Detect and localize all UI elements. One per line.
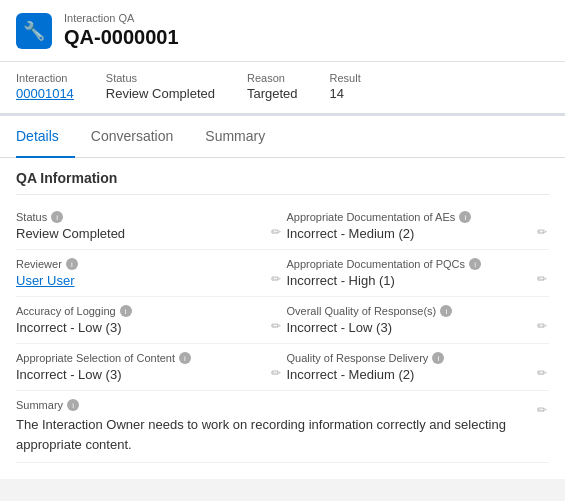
field-accuracy-value: Incorrect - Low (3)	[16, 320, 267, 335]
selection-edit-icon[interactable]: ✏	[271, 366, 281, 380]
field-reviewer-value[interactable]: User User	[16, 273, 267, 288]
result-value: 14	[330, 86, 361, 101]
meta-row: Interaction 00001014 Status Review Compl…	[0, 62, 565, 116]
response-delivery-info-icon[interactable]: i	[432, 352, 444, 364]
header-subtitle: Interaction QA	[64, 12, 179, 24]
summary-edit-icon[interactable]: ✏	[537, 403, 547, 417]
section-title: QA Information	[16, 158, 549, 195]
main-content: QA Information Status i Review Completed…	[0, 158, 565, 479]
meta-interaction: Interaction 00001014	[16, 72, 74, 101]
field-doc-aes-value: Incorrect - Medium (2)	[287, 226, 538, 241]
field-summary-label: Summary	[16, 399, 63, 411]
field-accuracy-label: Accuracy of Logging	[16, 305, 116, 317]
tab-conversation[interactable]: Conversation	[75, 116, 190, 158]
field-doc-pqcs: Appropriate Documentation of PQCs i Inco…	[283, 250, 550, 297]
tab-details[interactable]: Details	[16, 116, 75, 158]
reviewer-edit-icon[interactable]: ✏	[271, 272, 281, 286]
fields-grid: Status i Review Completed ✏ Appropriate …	[16, 203, 549, 463]
status-edit-icon[interactable]: ✏	[271, 225, 281, 239]
field-doc-pqcs-value: Incorrect - High (1)	[287, 273, 538, 288]
field-overall-quality: Overall Quality of Response(s) i Incorre…	[283, 297, 550, 344]
app-icon: 🔧	[16, 13, 52, 49]
header-title: QA-0000001	[64, 26, 179, 49]
meta-reason: Reason Targeted	[247, 72, 298, 101]
status-value: Review Completed	[106, 86, 215, 101]
interaction-value[interactable]: 00001014	[16, 86, 74, 101]
field-doc-aes: Appropriate Documentation of AEs i Incor…	[283, 203, 550, 250]
field-doc-aes-label: Appropriate Documentation of AEs	[287, 211, 456, 223]
field-reviewer-label: Reviewer	[16, 258, 62, 270]
doc-aes-info-icon[interactable]: i	[459, 211, 471, 223]
meta-status: Status Review Completed	[106, 72, 215, 101]
response-delivery-edit-icon[interactable]: ✏	[537, 366, 547, 380]
field-status-label: Status	[16, 211, 47, 223]
accuracy-info-icon[interactable]: i	[120, 305, 132, 317]
status-info-icon[interactable]: i	[51, 211, 63, 223]
overall-quality-info-icon[interactable]: i	[440, 305, 452, 317]
doc-aes-edit-icon[interactable]: ✏	[537, 225, 547, 239]
field-response-delivery-label: Quality of Response Delivery	[287, 352, 429, 364]
field-overall-quality-value: Incorrect - Low (3)	[287, 320, 538, 335]
field-accuracy-logging: Accuracy of Logging i Incorrect - Low (3…	[16, 297, 283, 344]
field-status: Status i Review Completed ✏	[16, 203, 283, 250]
field-response-delivery: Quality of Response Delivery i Incorrect…	[283, 344, 550, 391]
result-label: Result	[330, 72, 361, 84]
tab-summary[interactable]: Summary	[189, 116, 281, 158]
field-overall-quality-label: Overall Quality of Response(s)	[287, 305, 437, 317]
selection-info-icon[interactable]: i	[179, 352, 191, 364]
doc-pqcs-edit-icon[interactable]: ✏	[537, 272, 547, 286]
field-status-value: Review Completed	[16, 226, 267, 241]
reviewer-info-icon[interactable]: i	[66, 258, 78, 270]
field-selection-value: Incorrect - Low (3)	[16, 367, 267, 382]
field-reviewer: Reviewer i User User ✏	[16, 250, 283, 297]
reason-label: Reason	[247, 72, 298, 84]
interaction-label: Interaction	[16, 72, 74, 84]
field-summary: Summary i The Interaction Owner needs to…	[16, 391, 549, 463]
field-response-delivery-value: Incorrect - Medium (2)	[287, 367, 538, 382]
meta-result: Result 14	[330, 72, 361, 101]
overall-quality-edit-icon[interactable]: ✏	[537, 319, 547, 333]
reason-value: Targeted	[247, 86, 298, 101]
field-selection-content: Appropriate Selection of Content i Incor…	[16, 344, 283, 391]
field-summary-value: The Interaction Owner needs to work on r…	[16, 415, 529, 454]
accuracy-edit-icon[interactable]: ✏	[271, 319, 281, 333]
field-doc-pqcs-label: Appropriate Documentation of PQCs	[287, 258, 466, 270]
page-header: 🔧 Interaction QA QA-0000001	[0, 0, 565, 62]
field-selection-label: Appropriate Selection of Content	[16, 352, 175, 364]
tab-bar: Details Conversation Summary	[0, 116, 565, 158]
status-label: Status	[106, 72, 215, 84]
doc-pqcs-info-icon[interactable]: i	[469, 258, 481, 270]
summary-info-icon[interactable]: i	[67, 399, 79, 411]
header-text: Interaction QA QA-0000001	[64, 12, 179, 49]
